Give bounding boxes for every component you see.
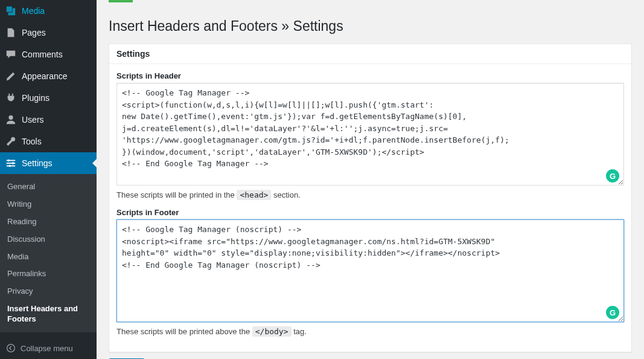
media-icon — [5, 5, 17, 17]
collapse-icon — [5, 342, 17, 354]
footer-scripts-description: These scripts will be printed above the … — [116, 327, 624, 336]
panel-header: Settings — [109, 44, 631, 64]
collapse-label: Collapse menu — [21, 344, 73, 353]
subitem-reading[interactable]: Reading — [0, 213, 97, 231]
sidebar-item-label: Comments — [22, 50, 63, 59]
sidebar-item-tools[interactable]: Tools — [0, 131, 97, 152]
settings-icon — [5, 157, 17, 169]
sidebar-item-media[interactable]: Media — [0, 0, 97, 22]
subitem-discussion[interactable]: Discussion — [0, 231, 97, 248]
users-icon — [5, 114, 17, 126]
page-title: Insert Headers and Footers » Settings — [109, 15, 632, 44]
body-tag-code: </body> — [252, 326, 292, 337]
subitem-privacy[interactable]: Privacy — [0, 283, 97, 300]
sidebar-item-label: Settings — [22, 158, 53, 168]
header-scripts-label: Scripts in Header — [116, 71, 624, 80]
sidebar-item-pages[interactable]: Pages — [0, 22, 97, 44]
sidebar-item-comments[interactable]: Comments — [0, 44, 97, 65]
sidebar-item-label: Plugins — [22, 93, 49, 103]
sidebar-item-settings[interactable]: Settings — [0, 152, 97, 174]
subitem-media[interactable]: Media — [0, 248, 97, 266]
comments-icon — [5, 48, 17, 60]
tools-icon — [5, 135, 17, 147]
svg-point-5 — [12, 162, 14, 164]
subitem-general[interactable]: General — [0, 178, 97, 196]
settings-panel: Settings Scripts in Header G These scrip… — [109, 44, 632, 352]
sidebar-item-label: Appearance — [22, 71, 68, 81]
svg-point-7 — [7, 344, 15, 352]
svg-point-6 — [8, 165, 11, 167]
subitem-insert-headers-footers[interactable]: Insert Headers and Footers — [0, 300, 97, 328]
svg-point-4 — [8, 160, 10, 162]
subitem-permalinks[interactable]: Permalinks — [0, 265, 97, 283]
sidebar-item-label: Users — [22, 115, 44, 125]
header-scripts-description: These scripts will be printed in the <he… — [116, 190, 624, 199]
sidebar-item-plugins[interactable]: Plugins — [0, 87, 97, 109]
svg-point-0 — [8, 115, 13, 120]
sidebar-item-label: Pages — [22, 28, 46, 37]
settings-submenu: General Writing Reading Discussion Media… — [0, 174, 97, 332]
collapse-menu[interactable]: Collapse menu — [0, 337, 97, 359]
footer-scripts-label: Scripts in Footer — [116, 208, 624, 217]
sidebar-item-label: Tools — [22, 137, 42, 146]
appearance-icon — [5, 70, 17, 82]
grammarly-icon[interactable]: G — [606, 306, 619, 319]
main-content: Insert Headers and Footers » Settings Se… — [97, 0, 644, 359]
sidebar-item-label: Media — [22, 6, 45, 16]
header-scripts-textarea[interactable] — [116, 83, 624, 186]
footer-scripts-textarea[interactable] — [116, 219, 624, 322]
sidebar-item-appearance[interactable]: Appearance — [0, 65, 97, 87]
admin-topbar-accent — [109, 0, 133, 2]
plugins-icon — [5, 92, 17, 104]
subitem-writing[interactable]: Writing — [0, 196, 97, 213]
pages-icon — [5, 27, 17, 39]
admin-sidebar: Media Pages Comments Appearance Plugins … — [0, 0, 97, 359]
head-tag-code: <head> — [237, 190, 271, 200]
grammarly-icon[interactable]: G — [606, 169, 619, 183]
sidebar-item-users[interactable]: Users — [0, 109, 97, 131]
